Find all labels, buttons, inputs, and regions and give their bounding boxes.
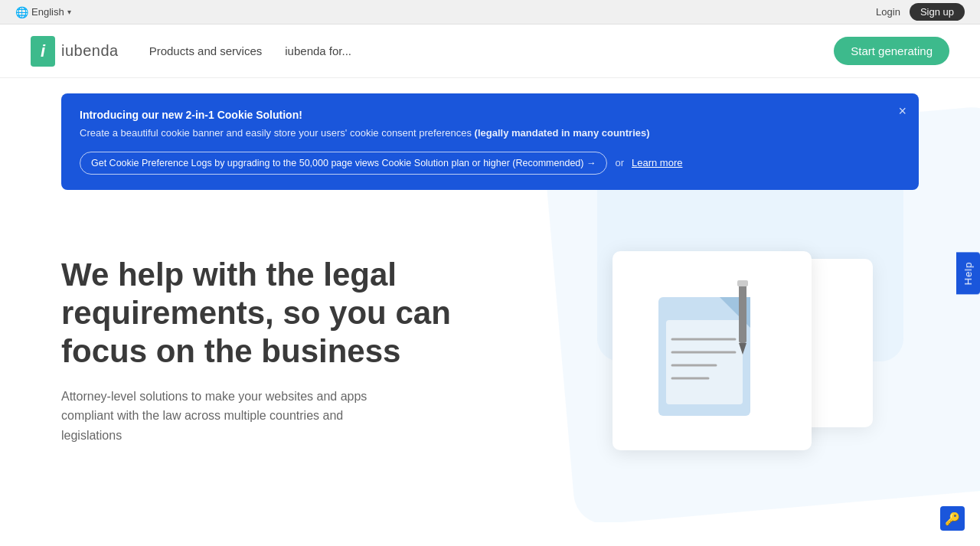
hero-area: × Introducing our new 2-in-1 Cookie Solu… <box>0 78 980 522</box>
nav-iubenda-for[interactable]: iubenda for... <box>285 44 351 57</box>
hero-title: We help with the legal requirements, so … <box>61 256 475 371</box>
globe-icon: 🌐 <box>15 6 28 18</box>
login-link[interactable]: Login <box>876 6 900 18</box>
nav-products[interactable]: Products and services <box>149 44 263 57</box>
banner-actions: Get Cookie Preference Logs by upgrading … <box>80 152 900 175</box>
chevron-down-icon: ▾ <box>67 8 71 16</box>
document-illustration <box>651 274 773 427</box>
start-generating-button[interactable]: Start generating <box>834 37 949 65</box>
logo-icon <box>31 36 55 67</box>
help-button[interactable]: Help <box>956 252 980 294</box>
svg-rect-2 <box>666 320 743 404</box>
cookie-banner: × Introducing our new 2-in-1 Cookie Solu… <box>61 93 919 190</box>
key-symbol: 🔑 <box>945 512 960 523</box>
banner-close-button[interactable]: × <box>898 104 906 118</box>
svg-rect-9 <box>737 280 748 286</box>
logo[interactable]: iubenda <box>31 36 119 67</box>
top-bar-left: 🌐 English ▾ <box>15 6 71 18</box>
svg-rect-7 <box>739 282 746 343</box>
banner-description: Create a beautiful cookie banner and eas… <box>80 126 900 141</box>
language-label: English <box>31 6 64 18</box>
banner-title: Introducing our new 2-in-1 Cookie Soluti… <box>80 109 900 121</box>
nav-links: Products and services iubenda for... <box>149 44 835 57</box>
logo-text: iubenda <box>61 42 119 60</box>
banner-cta-button[interactable]: Get Cookie Preference Logs by upgrading … <box>80 152 607 175</box>
signup-button[interactable]: Sign up <box>910 3 965 21</box>
top-bar: 🌐 English ▾ Login Sign up <box>0 0 980 25</box>
key-icon[interactable]: 🔑 <box>940 506 965 522</box>
main-nav: iubenda Products and services iubenda fo… <box>0 25 980 78</box>
hero-subtitle: Attorney-level solutions to make your we… <box>61 387 398 446</box>
banner-desc-bold: (legally mandated in many countries) <box>475 127 650 139</box>
banner-or-label: or <box>615 157 624 168</box>
hero-text: We help with the legal requirements, so … <box>61 256 475 446</box>
hero-content: We help with the legal requirements, so … <box>0 205 980 496</box>
banner-desc-text: Create a beautiful cookie banner and eas… <box>80 127 475 139</box>
doc-card-primary <box>612 251 812 450</box>
language-selector[interactable]: 🌐 English ▾ <box>15 6 71 18</box>
help-label: Help <box>962 261 974 285</box>
hero-illustration <box>505 236 919 466</box>
top-bar-right: Login Sign up <box>876 3 965 21</box>
banner-learn-more-link[interactable]: Learn more <box>632 157 682 168</box>
